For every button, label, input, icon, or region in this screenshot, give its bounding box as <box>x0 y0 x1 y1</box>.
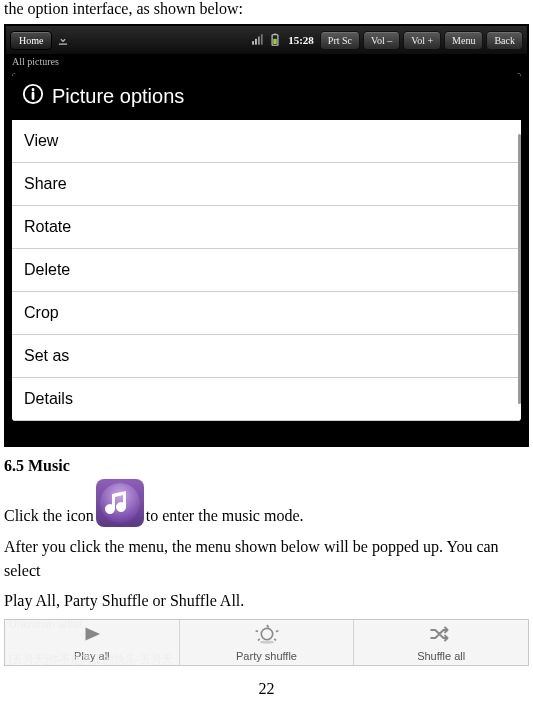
picture-options-dialog: Picture options View Share Rotate Delete… <box>12 73 521 421</box>
svg-rect-6 <box>273 39 277 44</box>
prtsc-button[interactable]: Prt Sc <box>320 31 360 50</box>
svg-rect-5 <box>274 34 276 35</box>
menu-shuffle-all-label: Shuffle all <box>417 650 465 662</box>
screenshot-frame: Home 15:28 Prt Sc Vol – Vol + Menu Back <box>4 24 529 447</box>
back-button[interactable]: Back <box>486 31 523 50</box>
option-details[interactable]: Details <box>12 378 521 421</box>
ghost-bg-text-top: Unknown artist <box>9 618 82 630</box>
music-text-before: Click the icon <box>4 507 94 529</box>
dialog-title-bar: Picture options <box>12 73 521 120</box>
svg-point-12 <box>261 628 272 639</box>
svg-rect-1 <box>255 39 257 45</box>
signal-icon <box>251 32 265 48</box>
svg-rect-0 <box>252 41 254 45</box>
music-text-after: to enter the music mode. <box>146 507 304 529</box>
music-instruction-line: Click the icon to enter the music mode. <box>4 477 529 529</box>
download-icon <box>56 32 70 48</box>
shuffle-icon <box>428 624 454 648</box>
menu-button[interactable]: Menu <box>444 31 483 50</box>
intro-text: the option interface, as shown below: <box>4 0 529 18</box>
option-set-as[interactable]: Set as <box>12 335 521 378</box>
option-view[interactable]: View <box>12 120 521 163</box>
menu-party-shuffle[interactable]: Party shuffle <box>180 620 355 665</box>
music-menu-screenshot: Unknown artist [五月天]你不是真正的快乐-五月天 Play al… <box>4 619 529 666</box>
music-para-1: After you click the menu, the menu shown… <box>4 535 529 583</box>
svg-marker-11 <box>85 628 100 641</box>
home-button[interactable]: Home <box>10 31 52 50</box>
party-shuffle-icon <box>254 624 280 648</box>
dialog-option-list: View Share Rotate Delete Crop Set as Det… <box>12 120 521 421</box>
svg-rect-2 <box>258 37 260 45</box>
menu-shuffle-all[interactable]: Shuffle all <box>354 620 528 665</box>
music-app-icon <box>96 479 144 527</box>
gallery-subheader: All pictures <box>6 54 527 67</box>
ghost-bg-text-bottom: [五月天]你不是真正的快乐-五月天 <box>9 652 173 667</box>
option-rotate[interactable]: Rotate <box>12 206 521 249</box>
status-bar: Home 15:28 Prt Sc Vol – Vol + Menu Back <box>6 26 527 54</box>
voldown-button[interactable]: Vol – <box>363 31 400 50</box>
clock-time: 15:28 <box>285 34 317 46</box>
volup-button[interactable]: Vol + <box>403 31 441 50</box>
option-crop[interactable]: Crop <box>12 292 521 335</box>
page-number: 22 <box>4 680 529 698</box>
music-para-2: Play All, Party Shuffle or Shuffle All. <box>4 589 529 613</box>
scrollbar[interactable] <box>518 134 521 404</box>
menu-party-shuffle-label: Party shuffle <box>236 650 297 662</box>
dialog-title-text: Picture options <box>52 85 184 108</box>
section-heading-music: 6.5 Music <box>4 457 529 475</box>
svg-rect-3 <box>261 34 263 45</box>
svg-point-13 <box>259 641 274 644</box>
info-icon <box>22 83 44 110</box>
option-delete[interactable]: Delete <box>12 249 521 292</box>
battery-icon <box>268 32 282 48</box>
option-share[interactable]: Share <box>12 163 521 206</box>
play-icon <box>79 624 105 648</box>
